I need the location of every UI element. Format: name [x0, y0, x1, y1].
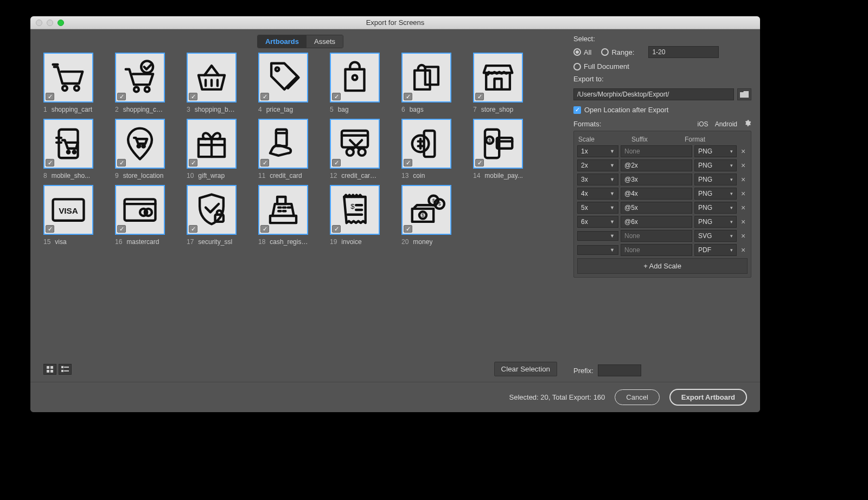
artboard-selected-check-icon[interactable] [260, 225, 269, 233]
prefix-input[interactable] [598, 364, 641, 376]
artboard-item[interactable]: 11credit_card [258, 119, 308, 180]
formats-settings-button[interactable] [744, 119, 751, 129]
artboard-thumbnail[interactable] [115, 185, 165, 235]
format-select[interactable]: PNG▾ [694, 188, 737, 200]
suffix-input[interactable]: None [621, 145, 692, 157]
artboard-thumbnail[interactable] [258, 119, 308, 169]
remove-format-button[interactable]: × [739, 189, 748, 198]
add-scale-button[interactable]: + Add Scale [577, 258, 748, 274]
preset-android[interactable]: Android [715, 120, 737, 128]
artboard-selected-check-icon[interactable] [332, 225, 341, 233]
artboard-selected-check-icon[interactable] [117, 159, 126, 166]
artboard-thumbnail[interactable] [115, 119, 165, 169]
artboard-item[interactable]: $19invoice [330, 185, 380, 246]
artboard-selected-check-icon[interactable] [189, 159, 197, 166]
artboard-selected-check-icon[interactable] [117, 225, 126, 233]
artboard-selected-check-icon[interactable] [189, 93, 197, 100]
format-select[interactable]: PNG▾ [694, 202, 737, 214]
remove-format-button[interactable]: × [739, 246, 748, 254]
artboard-selected-check-icon[interactable] [332, 159, 341, 166]
suffix-input[interactable]: None [621, 230, 692, 242]
suffix-input[interactable]: @5x [621, 202, 692, 214]
artboard-selected-check-icon[interactable] [475, 93, 484, 100]
scale-select[interactable]: 1x▼ [577, 145, 618, 157]
artboard-thumbnail[interactable] [401, 119, 451, 169]
remove-format-button[interactable]: × [739, 203, 748, 212]
artboard-thumbnail[interactable] [187, 185, 237, 235]
preset-ios[interactable]: iOS [698, 120, 709, 128]
artboard-thumbnail[interactable] [187, 53, 237, 102]
open-location-checkbox[interactable]: Open Location after Export [573, 106, 751, 114]
artboard-item[interactable]: 9store_location [115, 119, 165, 180]
artboard-item[interactable]: $$$20money [401, 185, 451, 246]
artboard-selected-check-icon[interactable] [46, 93, 54, 100]
suffix-input[interactable]: @6x [621, 216, 692, 228]
artboard-item[interactable]: 13coin [401, 119, 451, 180]
remove-format-button[interactable]: × [739, 175, 748, 184]
artboard-item[interactable]: 10gift_wrap [187, 119, 237, 180]
artboard-thumbnail[interactable] [330, 119, 380, 169]
remove-format-button[interactable]: × [739, 161, 748, 170]
artboard-item[interactable]: 8mobile_sho... [43, 119, 93, 180]
grid-view-button[interactable] [43, 364, 56, 375]
traffic-minimize[interactable] [47, 20, 53, 26]
artboard-thumbnail[interactable] [258, 185, 308, 235]
artboard-item[interactable]: 2shopping_ca... [115, 53, 165, 113]
artboard-thumbnail[interactable]: $$$ [401, 185, 451, 235]
radio-all[interactable]: All [573, 48, 591, 56]
artboard-item[interactable]: 18cash_register [258, 185, 308, 246]
format-select[interactable]: SVG▾ [694, 230, 737, 242]
export-button[interactable]: Export Artboard [669, 389, 747, 406]
artboard-item[interactable]: $14mobile_pay... [473, 119, 523, 180]
artboard-item[interactable]: 7store_shop [473, 53, 523, 113]
artboard-thumbnail[interactable] [330, 53, 380, 102]
tab-artboards[interactable]: Artboards [258, 35, 307, 48]
scale-select[interactable]: 4x▼ [577, 188, 618, 200]
artboard-thumbnail[interactable] [115, 53, 165, 102]
format-select[interactable]: PNG▾ [694, 145, 737, 157]
artboard-selected-check-icon[interactable] [117, 93, 126, 100]
tab-assets[interactable]: Assets [307, 35, 343, 48]
clear-selection-button[interactable]: Clear Selection [494, 362, 557, 376]
artboard-thumbnail[interactable] [401, 53, 451, 102]
scale-select[interactable]: ▼ [577, 245, 618, 255]
artboard-item[interactable]: 6bags [401, 53, 451, 113]
browse-folder-button[interactable] [737, 88, 751, 100]
artboard-thumbnail[interactable]: $ [330, 185, 380, 235]
remove-format-button[interactable]: × [739, 217, 748, 226]
artboard-item[interactable]: 16mastercard [115, 185, 165, 246]
artboard-item[interactable]: 5bag [330, 53, 380, 113]
artboard-selected-check-icon[interactable] [189, 225, 197, 233]
artboard-item[interactable]: 17security_ssl [187, 185, 237, 246]
format-select[interactable]: PNG▾ [694, 174, 737, 185]
scale-select[interactable]: 3x▼ [577, 174, 618, 185]
artboard-selected-check-icon[interactable] [332, 93, 341, 100]
artboard-thumbnail[interactable]: $ [473, 119, 523, 169]
artboard-item[interactable]: 1shopping_cart [43, 53, 93, 113]
format-select[interactable]: PNG▾ [694, 159, 737, 171]
artboard-selected-check-icon[interactable] [404, 225, 412, 233]
scale-select[interactable]: ▼ [577, 231, 618, 241]
artboard-selected-check-icon[interactable] [404, 93, 412, 100]
suffix-input[interactable]: @4x [621, 188, 692, 200]
remove-format-button[interactable]: × [739, 232, 748, 240]
artboard-selected-check-icon[interactable] [260, 159, 269, 166]
traffic-zoom[interactable] [58, 20, 64, 26]
suffix-input[interactable]: None [621, 244, 692, 256]
traffic-close[interactable] [36, 20, 42, 26]
suffix-input[interactable]: @3x [621, 174, 692, 185]
export-path-input[interactable] [573, 88, 734, 100]
artboard-item[interactable]: 3shopping_ba... [187, 53, 237, 113]
format-select[interactable]: PNG▾ [694, 216, 737, 228]
artboard-thumbnail[interactable] [473, 53, 523, 102]
artboard-thumbnail[interactable]: VISA [43, 185, 93, 235]
radio-full-document[interactable]: Full Document [573, 62, 629, 70]
artboard-item[interactable]: VISA15visa [43, 185, 93, 246]
artboard-selected-check-icon[interactable] [404, 159, 412, 166]
format-select[interactable]: PDF▾ [694, 244, 737, 256]
artboard-thumbnail[interactable] [187, 119, 237, 169]
scale-select[interactable]: 6x▼ [577, 216, 618, 228]
artboard-thumbnail[interactable] [258, 53, 308, 102]
radio-range[interactable]: Range: [601, 48, 634, 56]
artboard-selected-check-icon[interactable] [46, 159, 54, 166]
